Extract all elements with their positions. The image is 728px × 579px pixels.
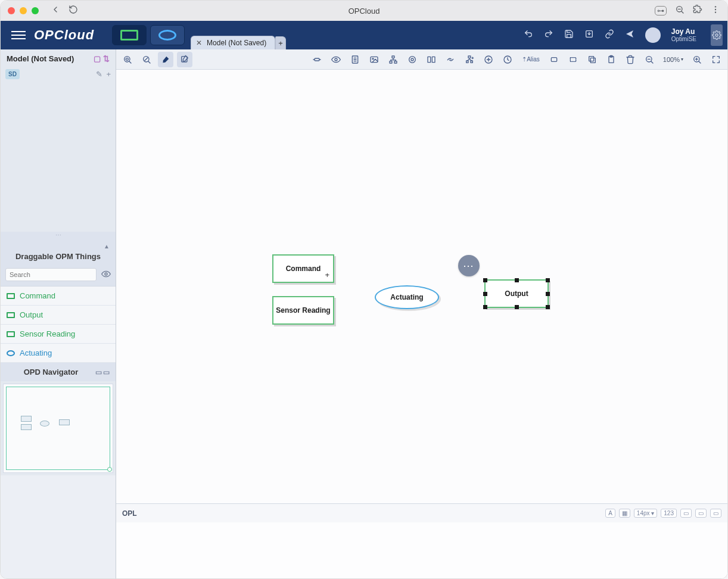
rect-outline-button[interactable] bbox=[546, 52, 562, 67]
opl-font-dropdown[interactable]: 14px ▾ bbox=[634, 509, 657, 518]
save-to-button[interactable] bbox=[584, 29, 594, 42]
opl-layout-3-button[interactable]: ▭ bbox=[710, 509, 721, 518]
thing-command[interactable]: Command bbox=[1, 287, 116, 306]
tree-icon[interactable]: ▢ bbox=[94, 54, 101, 63]
add-icon[interactable]: + bbox=[106, 70, 111, 79]
browser-menu-icon[interactable] bbox=[711, 5, 720, 17]
brush-button[interactable] bbox=[158, 52, 173, 67]
collapse-icon[interactable]: ▲ bbox=[7, 243, 110, 250]
hierarchy-icon[interactable]: ⇅ bbox=[103, 54, 110, 63]
opl-layout-2-button[interactable]: ▭ bbox=[695, 509, 707, 518]
visibility-toggle-icon[interactable] bbox=[101, 269, 111, 281]
hierarchy-button[interactable] bbox=[385, 52, 401, 67]
close-tab-button[interactable]: ✕ bbox=[196, 39, 202, 47]
svg-point-8 bbox=[715, 34, 718, 36]
svg-line-12 bbox=[129, 61, 131, 63]
object-shape-tool[interactable] bbox=[112, 25, 147, 45]
opd-navigator-title: OPD Navigator bbox=[24, 368, 79, 376]
draggable-things-title: Draggable OPM Things bbox=[7, 252, 110, 261]
object-icon bbox=[7, 312, 15, 318]
target-button[interactable] bbox=[405, 52, 420, 67]
model-title: Model (Not Saved) bbox=[7, 54, 74, 63]
user-info[interactable]: Joy Au OptimiSE bbox=[671, 28, 696, 42]
paste-button[interactable] bbox=[603, 52, 619, 67]
link-button[interactable] bbox=[605, 29, 614, 42]
back-button[interactable] bbox=[51, 5, 60, 17]
settings-button[interactable] bbox=[711, 24, 723, 46]
derive-button[interactable] bbox=[462, 52, 477, 67]
add-circle-button[interactable] bbox=[481, 52, 496, 67]
zoom-level-dropdown[interactable]: 100%▾ bbox=[661, 55, 686, 64]
opl-numbers-button[interactable]: 123 bbox=[661, 509, 677, 518]
search-input[interactable] bbox=[5, 268, 97, 281]
ellipse-icon bbox=[158, 30, 176, 41]
edit-icon[interactable]: ✎ bbox=[96, 70, 102, 79]
svg-rect-50 bbox=[589, 56, 594, 61]
layout-icon[interactable]: ▭ bbox=[95, 368, 102, 376]
model-tab[interactable]: ✕ Model (Not Saved) bbox=[191, 36, 275, 49]
window-controls bbox=[8, 7, 39, 14]
alias-button[interactable]: ⇡Alias bbox=[519, 52, 543, 67]
browser-title: OPCloud bbox=[349, 7, 380, 15]
toggle-visibility-button[interactable] bbox=[328, 52, 344, 67]
edit-note-button[interactable] bbox=[177, 52, 192, 67]
svg-point-5 bbox=[715, 11, 716, 13]
things-list: Command Output Sensor Reading Actuating bbox=[1, 286, 116, 363]
svg-rect-48 bbox=[570, 57, 575, 61]
node-command[interactable]: Command + bbox=[272, 254, 334, 283]
autofit-button[interactable] bbox=[309, 52, 325, 67]
sd-node-badge[interactable]: SD bbox=[5, 69, 20, 79]
extensions-icon[interactable] bbox=[693, 5, 702, 17]
opl-panel-content bbox=[116, 522, 727, 579]
select-area-button[interactable] bbox=[565, 52, 581, 67]
thing-sensor-reading[interactable]: Sensor Reading bbox=[1, 325, 116, 344]
user-name: Joy Au bbox=[671, 28, 696, 36]
send-button[interactable] bbox=[625, 29, 634, 42]
image-button[interactable] bbox=[366, 52, 382, 67]
svg-rect-49 bbox=[590, 58, 595, 63]
close-window-button[interactable] bbox=[8, 7, 15, 14]
reload-button[interactable] bbox=[69, 5, 78, 17]
opl-lang-button[interactable]: A bbox=[605, 509, 615, 518]
user-avatar[interactable] bbox=[645, 27, 661, 43]
document-button[interactable] bbox=[347, 52, 363, 67]
app-header: OPCloud ✕ Model (Not Saved) + Joy Au Opt… bbox=[1, 21, 727, 49]
copy-button[interactable] bbox=[584, 52, 600, 67]
thing-actuating[interactable]: Actuating bbox=[1, 344, 116, 363]
relink-button[interactable] bbox=[443, 52, 458, 67]
zoom-fit-button[interactable] bbox=[120, 52, 135, 67]
user-org: OptimiSE bbox=[671, 36, 696, 42]
zoom-in-canvas-button[interactable] bbox=[689, 52, 705, 67]
node-actuating[interactable]: Actuating bbox=[375, 285, 439, 309]
opl-layout-1-button[interactable]: ▭ bbox=[680, 509, 692, 518]
save-button[interactable] bbox=[564, 29, 574, 42]
fullscreen-button[interactable] bbox=[708, 52, 724, 67]
opd-navigator-minimap[interactable] bbox=[3, 384, 113, 473]
clear-selection-button[interactable] bbox=[139, 52, 154, 67]
maximize-window-button[interactable] bbox=[32, 7, 39, 14]
svg-rect-47 bbox=[551, 57, 556, 61]
node-output[interactable]: Output bbox=[484, 279, 549, 308]
new-tab-button[interactable]: + bbox=[275, 36, 286, 49]
context-menu-button[interactable]: ⋯ bbox=[458, 255, 480, 276]
columns-button[interactable] bbox=[424, 52, 439, 67]
hamburger-menu-button[interactable] bbox=[11, 31, 26, 39]
delete-button[interactable] bbox=[623, 52, 638, 67]
app-logo: OPCloud bbox=[34, 27, 94, 43]
plus-icon[interactable]: + bbox=[325, 270, 329, 279]
diagram-canvas[interactable]: Command + Sensor Reading Actuating Outpu… bbox=[116, 70, 727, 503]
redo-button[interactable] bbox=[544, 29, 553, 42]
zoom-out-canvas-button[interactable] bbox=[642, 52, 657, 67]
layout-icon-2[interactable]: ▭ bbox=[103, 368, 110, 376]
minimize-window-button[interactable] bbox=[20, 7, 27, 14]
process-shape-tool[interactable] bbox=[150, 25, 185, 45]
history-button[interactable] bbox=[500, 52, 515, 67]
undo-button[interactable] bbox=[524, 29, 533, 42]
node-sensor-reading[interactable]: Sensor Reading bbox=[272, 296, 334, 325]
zoom-out-icon[interactable] bbox=[675, 5, 685, 17]
opl-panel-header: OPL A ▦ 14px ▾ 123 ▭ ▭ ▭ bbox=[116, 503, 727, 522]
password-icon[interactable]: ⊶ bbox=[655, 6, 667, 15]
thing-output[interactable]: Output bbox=[1, 306, 116, 325]
opl-toggle-button[interactable]: ▦ bbox=[619, 509, 630, 518]
opl-label: OPL bbox=[122, 509, 137, 518]
